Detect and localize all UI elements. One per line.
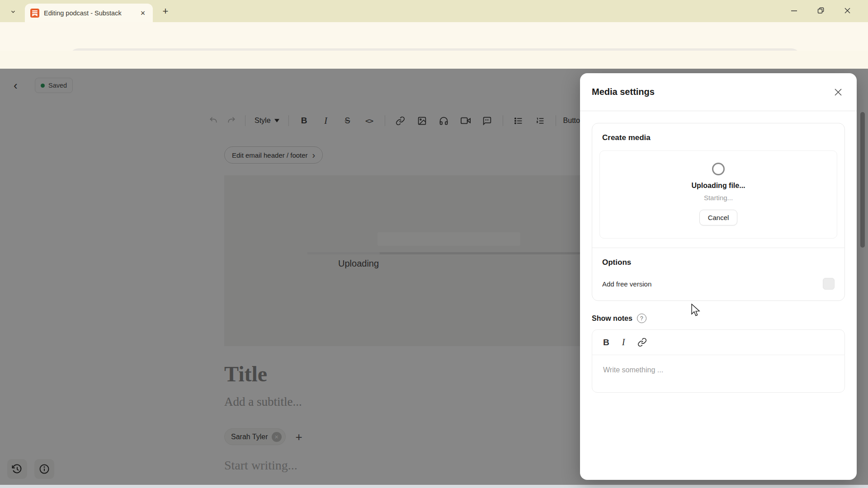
browser-tab[interactable]: Editing podcast - Substack × <box>25 4 153 22</box>
tab-title: Editing podcast - Substack <box>44 9 138 17</box>
upload-spinner-icon <box>712 163 725 175</box>
notes-toolbar: B I <box>592 330 844 355</box>
window-close-button[interactable] <box>837 3 858 18</box>
media-settings-panel: Media settings Create media Uploading fi… <box>580 73 857 480</box>
add-free-version-label: Add free version <box>602 280 651 288</box>
browser-toolbar: f327cec3.substack.com/publish/post/18132… <box>0 22 868 51</box>
window-bottom-edge <box>0 485 868 488</box>
bookmarks-bar <box>0 51 868 69</box>
panel-title: Media settings <box>592 87 655 97</box>
notes-bold-icon[interactable]: B <box>603 338 609 347</box>
add-free-version-row: Add free version <box>592 270 844 300</box>
panel-close-icon[interactable] <box>831 85 845 99</box>
create-media-card: Create media Uploading file... Starting.… <box>592 123 845 301</box>
tab-search-caret-icon[interactable] <box>7 6 19 18</box>
upload-status-text: Uploading file... <box>691 182 745 190</box>
substack-editor-page: ‹ Saved Style B I S <> <box>0 69 868 488</box>
notes-italic-icon[interactable]: I <box>622 337 625 347</box>
upload-substatus-text: Starting... <box>704 194 733 202</box>
notes-input[interactable]: Write something ... <box>592 355 844 392</box>
panel-header: Media settings <box>580 73 857 111</box>
notes-link-icon[interactable] <box>637 338 647 347</box>
window-minimize-button[interactable] <box>783 3 804 18</box>
cancel-upload-button[interactable]: Cancel <box>699 210 738 225</box>
create-media-heading: Create media <box>592 123 844 145</box>
options-heading: Options <box>592 248 844 270</box>
substack-favicon-icon <box>30 9 39 18</box>
upload-status-box: Uploading file... Starting... Cancel <box>599 150 837 239</box>
new-tab-button[interactable]: + <box>159 5 172 18</box>
show-notes-header: Show notes ? <box>592 314 845 323</box>
add-free-version-checkbox[interactable] <box>823 278 835 290</box>
show-notes-editor: B I Write something ... <box>592 329 845 393</box>
tab-close-icon[interactable]: × <box>138 9 147 18</box>
mouse-cursor <box>691 304 701 317</box>
page-scrollbar[interactable] <box>860 112 865 248</box>
window-restore-button[interactable] <box>810 3 831 18</box>
browser-tabstrip: Editing podcast - Substack × + <box>0 0 868 22</box>
help-icon[interactable]: ? <box>637 314 646 323</box>
